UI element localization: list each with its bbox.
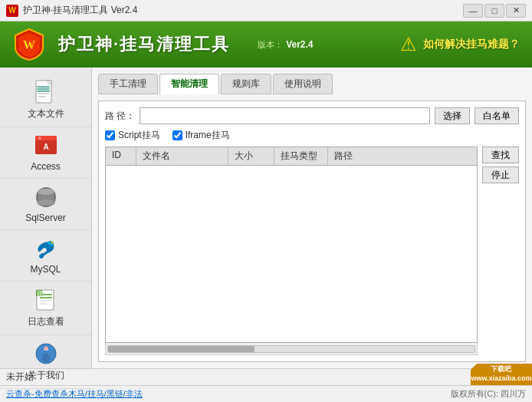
whitelist-button[interactable]: 白名单 xyxy=(475,107,519,124)
warning-text: 如何解决挂马难题？ xyxy=(423,38,520,51)
svg-point-18 xyxy=(38,189,54,195)
checkbox-row: Script挂马 Iframe挂马 xyxy=(105,129,519,142)
svg-point-14 xyxy=(38,137,41,140)
title-bar: W 护卫神·挂马清理工具 Ver2.4 — □ ✕ xyxy=(0,0,532,21)
iframe-checkbox[interactable] xyxy=(172,130,182,140)
header-title: 护卫神·挂马清理工具 xyxy=(58,33,230,56)
log-svg-icon: 日 xyxy=(34,288,57,311)
scrollbar-thumb xyxy=(108,346,255,352)
svg-point-30 xyxy=(44,347,48,351)
tab-smart[interactable]: 智能清理 xyxy=(159,74,219,94)
textfile-icon xyxy=(34,80,58,104)
sidebar-item-log[interactable]: 日 日志查看 xyxy=(0,282,91,335)
scan-button[interactable]: 查找 xyxy=(482,147,519,163)
sidebar-label-mysql: MySQL xyxy=(30,264,61,275)
svg-text:日: 日 xyxy=(36,291,41,296)
path-row: 路 径： 选择 白名单 xyxy=(105,107,519,124)
sqlserver-svg-icon xyxy=(34,186,58,209)
sidebar-item-textfile[interactable]: 文本文件 xyxy=(0,74,91,127)
shield-logo-icon: W xyxy=(12,28,46,61)
col-filename: 文件名 xyxy=(136,147,228,165)
main-layout: 文本文件 A Access xyxy=(0,68,532,368)
svg-text:W: W xyxy=(23,38,35,51)
about-icon: ω xyxy=(34,341,58,366)
status-text: 未开始 xyxy=(6,371,34,384)
tab-help[interactable]: 使用说明 xyxy=(273,74,333,94)
sidebar-item-mysql[interactable]: MySQL xyxy=(0,230,91,282)
svg-point-17 xyxy=(38,199,54,206)
path-input[interactable] xyxy=(140,107,430,124)
warning-icon: ⚠ xyxy=(400,34,417,55)
col-id: ID xyxy=(106,147,136,165)
bottom-bar: 云查杀-免费查杀木马/挂马/黑链/非法 版权所有(C): 四川万 xyxy=(0,385,532,402)
version-label: 版本： xyxy=(258,39,283,51)
stop-button[interactable]: 停止 xyxy=(482,166,519,183)
access-svg-icon: A xyxy=(34,134,58,157)
col-malware-type: 挂马类型 xyxy=(274,147,328,165)
mysql-icon xyxy=(34,236,58,261)
textfile-svg-icon xyxy=(35,80,57,104)
content-area: 手工清理 智能清理 规则库 使用说明 路 径： 选择 白名单 Script挂马 xyxy=(92,68,532,368)
main-table-area: ID 文件名 大小 挂马类型 路径 xyxy=(105,147,478,355)
iframe-checkbox-item[interactable]: Iframe挂马 xyxy=(172,129,230,142)
col-size: 大小 xyxy=(228,147,274,165)
script-checkbox-item[interactable]: Script挂马 xyxy=(105,129,160,142)
panel: 路 径： 选择 白名单 Script挂马 Iframe挂马 xyxy=(98,100,526,362)
about-svg-icon: ω xyxy=(34,342,57,365)
table-header: ID 文件名 大小 挂马类型 路径 xyxy=(106,147,477,166)
app-icon: W xyxy=(6,5,18,17)
log-icon: 日 xyxy=(34,288,58,312)
sidebar-item-sqlserver[interactable]: SqlServer xyxy=(0,179,91,230)
maximize-button[interactable]: □ xyxy=(484,4,504,18)
sidebar-label-log: 日志查看 xyxy=(28,315,64,328)
tab-bar: 手工清理 智能清理 规则库 使用说明 xyxy=(98,74,526,94)
mysql-svg-icon xyxy=(34,236,58,261)
col-path: 路径 xyxy=(328,147,477,165)
table-body[interactable] xyxy=(106,166,477,342)
sidebar-item-access[interactable]: A Access xyxy=(0,127,91,179)
script-checkbox[interactable] xyxy=(105,130,115,140)
svg-point-20 xyxy=(51,242,53,244)
table-container: ID 文件名 大小 挂马类型 路径 xyxy=(105,147,478,343)
script-checkbox-label: Script挂马 xyxy=(118,129,160,142)
select-button[interactable]: 选择 xyxy=(435,107,470,124)
main-panel-row: ID 文件名 大小 挂马类型 路径 xyxy=(105,147,519,355)
watermark-text: 下载吧www.xiazaiba.com xyxy=(471,365,531,383)
sidebar-label-access: Access xyxy=(31,161,61,172)
sidebar-label-textfile: 文本文件 xyxy=(28,107,64,120)
svg-text:A: A xyxy=(43,143,48,151)
tab-manual[interactable]: 手工清理 xyxy=(98,74,158,94)
scrollbar-track[interactable] xyxy=(107,345,475,353)
path-label: 路 径： xyxy=(105,110,135,123)
sqlserver-icon xyxy=(34,185,58,209)
horizontal-scrollbar[interactable] xyxy=(105,343,478,355)
iframe-checkbox-label: Iframe挂马 xyxy=(186,129,230,142)
app-header: W 护卫神·挂马清理工具 版本： Ver2.4 ⚠ 如何解决挂马难题？ xyxy=(0,21,532,68)
bottom-right-text: 版权所有(C): 四川万 xyxy=(451,388,526,400)
version-value: Ver2.4 xyxy=(286,39,313,50)
sidebar: 文本文件 A Access xyxy=(0,68,92,368)
header-right: ⚠ 如何解决挂马难题？ xyxy=(400,34,520,55)
title-bar-text: 护卫神·挂马清理工具 Ver2.4 xyxy=(23,4,463,17)
close-button[interactable]: ✕ xyxy=(506,4,526,18)
access-icon: A xyxy=(34,133,58,158)
tab-rules[interactable]: 规则库 xyxy=(221,74,271,94)
bottom-left-link[interactable]: 云查杀-免费查杀木马/挂马/黑链/非法 xyxy=(6,388,143,400)
watermark: 下载吧www.xiazaiba.com xyxy=(471,364,532,385)
sidebar-label-sqlserver: SqlServer xyxy=(25,213,66,223)
side-buttons: 查找 停止 xyxy=(482,147,519,355)
title-bar-controls: — □ ✕ xyxy=(463,4,526,18)
minimize-button[interactable]: — xyxy=(463,4,483,18)
